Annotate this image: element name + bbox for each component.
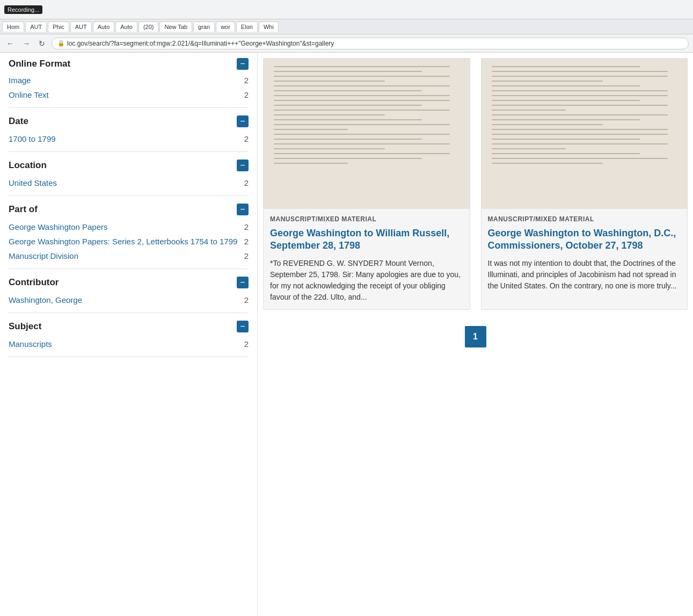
manuscripts-link[interactable]: Manuscripts: [9, 339, 52, 349]
filter-item: Washington, George 2: [9, 293, 249, 307]
ms-line: [492, 119, 640, 120]
filter-item: Image 2: [9, 73, 249, 88]
browser-tab[interactable]: Whi: [259, 21, 279, 32]
tab-bar[interactable]: Hom AUT Phic AUT Auto Auto (20) New Tab …: [0, 19, 693, 34]
gwp-count: 2: [244, 222, 249, 231]
url-text: loc.gov/search/?fa=segment:of:mgw:2.021/…: [67, 40, 334, 47]
ms-line: [274, 71, 422, 72]
online-format-header: Online Format −: [9, 58, 249, 70]
result-card-body: MANUSCRIPT/MIXED MATERIAL George Washing…: [264, 209, 470, 309]
online-format-collapse-btn[interactable]: −: [237, 58, 249, 70]
pagination: 1: [263, 315, 688, 358]
result-card-image[interactable]: [264, 59, 470, 209]
filter-item: George Washington Papers: Series 2, Lett…: [9, 234, 249, 249]
ms-line: [274, 105, 422, 106]
online-text-filter-count: 2: [244, 90, 249, 99]
result-description: *To REVEREND G. W. SNYDER7 Mount Vernon,…: [270, 258, 463, 303]
browser-tab[interactable]: Phic: [48, 21, 69, 32]
browser-tab[interactable]: Auto: [115, 21, 137, 32]
ms-line: [492, 71, 668, 72]
result-card: MANUSCRIPT/MIXED MATERIAL George Washing…: [263, 58, 470, 310]
result-type: MANUSCRIPT/MIXED MATERIAL: [270, 215, 463, 223]
ms-line: [492, 134, 668, 135]
result-card-image[interactable]: [482, 59, 688, 209]
ms-line: [492, 90, 668, 91]
ms-line: [274, 90, 422, 91]
image-filter-count: 2: [244, 76, 249, 85]
ms-line: [274, 81, 385, 82]
subject-section-title: Subject: [9, 321, 41, 332]
ms-line: [274, 153, 450, 154]
browser-tab[interactable]: AUT: [25, 21, 47, 32]
george-washington-papers-link[interactable]: George Washington Papers: [9, 222, 108, 231]
manuscripts-count: 2: [244, 339, 249, 349]
manuscript-division-link[interactable]: Manuscript Division: [9, 251, 78, 260]
back-button[interactable]: ←: [4, 38, 16, 49]
ms-line: [492, 76, 668, 77]
washington-george-link[interactable]: Washington, George: [9, 295, 82, 305]
lock-icon: 🔒: [57, 40, 65, 47]
main-content: MANUSCRIPT/MIXED MATERIAL George Washing…: [258, 53, 693, 616]
ms-line: [274, 100, 450, 101]
date-collapse-btn[interactable]: −: [237, 115, 249, 127]
result-title[interactable]: George Washington to Washington, D.C., C…: [488, 227, 681, 252]
omnibar-row: ← → ↻ 🔒 loc.gov/search/?fa=segment:of:mg…: [0, 34, 693, 53]
location-section-header: Location −: [9, 160, 249, 171]
ms-line: [274, 76, 450, 77]
ms-line: [274, 139, 422, 140]
subject-section: Subject − Manuscripts 2: [9, 313, 249, 357]
browser-tab[interactable]: Auto: [93, 21, 115, 32]
ms-line: [492, 153, 640, 154]
location-section: Location − United States 2: [9, 152, 249, 196]
ms-line: [492, 81, 603, 82]
browser-tab[interactable]: gran: [193, 21, 215, 32]
image-filter-link[interactable]: Image: [9, 76, 31, 85]
part-of-collapse-btn[interactable]: −: [237, 204, 249, 215]
online-format-section: Online Format − Image 2 Online Text 2: [9, 53, 249, 108]
ms-line: [274, 110, 450, 111]
browser-tab[interactable]: (20): [138, 21, 159, 32]
subject-collapse-btn[interactable]: −: [237, 321, 249, 332]
result-title[interactable]: George Washington to William Russell, Se…: [270, 227, 463, 252]
manuscript-preview-2: [482, 59, 688, 209]
browser-tab[interactable]: Elon: [236, 21, 258, 32]
ms-line: [492, 129, 668, 130]
browser-tab[interactable]: Hom: [2, 21, 24, 32]
ms-line: [492, 114, 668, 115]
browser-tab[interactable]: New Tab: [159, 21, 192, 32]
ms-line: [492, 95, 668, 96]
result-description: It was not my intention to doubt that, t…: [488, 258, 681, 292]
manuscript-lines: [492, 66, 677, 201]
forward-button[interactable]: →: [20, 38, 32, 49]
location-filter-count: 2: [244, 178, 249, 187]
ms-line: [492, 110, 566, 111]
reload-button[interactable]: ↻: [37, 38, 47, 49]
filter-item: George Washington Papers 2: [9, 220, 249, 234]
recording-badge: Recording...: [4, 5, 42, 14]
date-section: Date − 1700 to 1799 2: [9, 108, 249, 152]
date-filter-link[interactable]: 1700 to 1799: [9, 134, 56, 143]
part-of-section-header: Part of −: [9, 204, 249, 215]
part-of-section-title: Part of: [9, 204, 38, 215]
location-collapse-btn[interactable]: −: [237, 160, 249, 171]
result-card-body: MANUSCRIPT/MIXED MATERIAL George Washing…: [482, 209, 688, 309]
online-text-filter-link[interactable]: Online Text: [9, 90, 49, 99]
online-format-title: Online Format: [9, 59, 70, 69]
ms-line: [274, 129, 348, 130]
filter-item: Manuscripts 2: [9, 337, 249, 351]
browser-tab[interactable]: wor: [216, 21, 235, 32]
gwp-series2-link[interactable]: George Washington Papers: Series 2, Lett…: [9, 237, 237, 246]
browser-tab[interactable]: AUT: [70, 21, 92, 32]
ms-line: [274, 163, 348, 164]
address-bar[interactable]: 🔒 loc.gov/search/?fa=segment:of:mgw:2.02…: [52, 38, 689, 49]
contributor-collapse-btn[interactable]: −: [237, 277, 249, 288]
ms-line: [274, 66, 450, 67]
result-card: MANUSCRIPT/MIXED MATERIAL George Washing…: [481, 58, 688, 310]
location-section-title: Location: [9, 160, 47, 171]
manuscript-preview-1: [264, 59, 470, 209]
page-1-button[interactable]: 1: [465, 326, 486, 347]
gwp-series2-count: 2: [244, 237, 249, 246]
sidebar: Online Format − Image 2 Online Text 2 Da…: [0, 53, 258, 616]
ms-line: [492, 158, 668, 159]
location-filter-link[interactable]: United States: [9, 178, 57, 187]
